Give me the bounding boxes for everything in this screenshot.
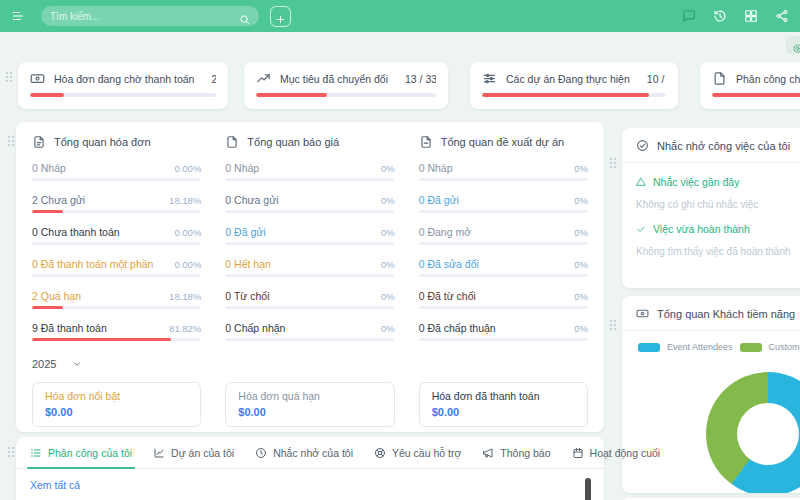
status-row: 0 Chưa gửi0% [225, 194, 394, 213]
status-row: 0 Đã chấp thuận0% [419, 322, 588, 341]
overview-widget: Tổng quan hóa đơn 0 Nháp0.00% 2 Chưa gửi… [16, 122, 604, 432]
view-all-link[interactable]: Xem tất cả [16, 469, 96, 491]
status-row: 0 Nháp0% [225, 162, 394, 181]
summary-card-overdue: Hóa đơn quá hạn $0.00 [225, 382, 394, 427]
year-select[interactable]: 2025 [32, 358, 102, 370]
stat-label: Mục tiêu đã chuyển đổi [280, 73, 388, 85]
stat-label: Phân công chưa hoà [736, 73, 800, 85]
estimate-overview-column: Tổng quan báo giá 0 Nháp0% 0 Chưa gửi0% … [225, 135, 394, 354]
gear-icon [792, 40, 800, 51]
support-icon [374, 447, 386, 459]
progress-fill [482, 93, 649, 97]
status-row: 0 Đang mở0% [419, 226, 588, 245]
recent-reminders-empty: Không có ghi chú nhắc việc [622, 188, 800, 210]
quick-add-button[interactable] [270, 6, 291, 27]
clock-icon [255, 447, 267, 459]
status-row: 2 Chưa gửi18.18% [32, 194, 201, 213]
app-logo-icon[interactable] [11, 9, 25, 23]
tab-my-reminders[interactable]: Nhắc nhở của tôi [255, 447, 353, 468]
scrollbar-thumb[interactable] [585, 478, 591, 500]
tab-latest-activity[interactable]: Hoạt động cuối [572, 447, 661, 468]
stat-card-assignments-incomplete: Phân công chưa hoà [700, 62, 800, 109]
tab-my-assignments[interactable]: Phân công của tôi [30, 447, 132, 468]
drag-handle[interactable] [610, 158, 618, 170]
drag-handle[interactable] [610, 320, 618, 332]
list-icon [30, 447, 42, 459]
column-title: Tổng quan báo giá [247, 136, 339, 148]
plus-icon [275, 11, 286, 22]
status-row: 0 Đã gửi0% [225, 226, 394, 245]
legend-label[interactable]: Customer [769, 342, 800, 352]
widget-title: Tổng quan Khách tiềm năng [657, 308, 795, 320]
legend-swatch-customer[interactable] [740, 343, 762, 352]
invoice-overview-column: Tổng quan hóa đơn 0 Nháp0.00% 2 Chưa gửi… [32, 135, 201, 354]
stat-label: Hóa đơn đang chờ thanh toán [54, 73, 194, 85]
history-icon[interactable] [713, 9, 727, 23]
search-input[interactable] [50, 11, 239, 22]
status-row: 0 Nháp0% [419, 162, 588, 181]
status-row: 2 Quá hạn18.18% [32, 290, 201, 309]
search-icon[interactable] [239, 11, 250, 22]
status-row: 0 Đã từ chối0% [419, 290, 588, 309]
global-search [41, 6, 259, 26]
dashboard-page: Hóa đơn đang chờ thanh toán 2 / 11 Mục t… [0, 0, 800, 500]
summary-card-paid: Hóa đơn đã thanh toán $0.00 [419, 382, 588, 427]
check-icon [636, 224, 646, 234]
status-row: 0 Hết hạn0% [225, 258, 394, 277]
stat-label: Các dự án Đang thực hiện [506, 73, 630, 85]
stat-value: 13 / 33 [397, 73, 436, 85]
trend-up-icon [256, 71, 271, 86]
chart-legend: Event Attendees Customer [622, 331, 800, 352]
column-title: Tổng quan đề xuất dự án [441, 136, 565, 148]
leads-donut [706, 372, 800, 493]
progress-track [256, 93, 436, 97]
money-bill-icon [30, 71, 45, 86]
drag-handle[interactable] [8, 136, 16, 148]
share-icon[interactable] [775, 9, 789, 23]
check-circle-icon [636, 139, 649, 152]
summary-label: Hóa đơn quá hạn [238, 390, 381, 402]
tab-notifications[interactable]: Thông báo [482, 447, 550, 468]
summary-label: Hóa đơn đã thanh toán [432, 390, 575, 402]
tab-my-projects[interactable]: Dự án của tôi [153, 447, 234, 468]
megaphone-icon [482, 447, 494, 459]
tab-support-requests[interactable]: Yêu cầu hỗ trợ [374, 447, 461, 468]
my-items-widget: Phân công của tôi Dự án của tôi Nhắc nhở… [16, 437, 604, 500]
summary-card-outstanding: Hóa đơn nổi bật $0.00 [32, 382, 201, 427]
file-invoice-icon [32, 135, 46, 149]
progress-track [30, 93, 216, 97]
completed-tasks-empty: Không tìm thấy việc đã hoàn thành [622, 235, 800, 257]
drag-handle[interactable] [6, 72, 14, 84]
proposal-overview-column: Tổng quan đề xuất dự án 0 Nháp0% 0 Đã gử… [419, 135, 588, 354]
progress-fill [30, 93, 64, 97]
stat-card-goals-converted: Mục tiêu đã chuyển đổi 13 / 33 [244, 62, 448, 109]
chat-icon[interactable] [682, 9, 696, 23]
legend-swatch-event-attendees[interactable] [638, 343, 660, 352]
dashboard-settings-button[interactable] [786, 36, 800, 54]
apps-grid-icon[interactable] [744, 9, 758, 23]
status-row: 0 Đã sửa đổi0% [419, 258, 588, 277]
summary-label: Hóa đơn nổi bật [45, 390, 188, 402]
legend-label[interactable]: Event Attendees [667, 342, 733, 352]
status-row: 0 Từ chối0% [225, 290, 394, 309]
status-row: 0 Chấp nhận0% [225, 322, 394, 341]
stat-value: 10 / 11 [639, 73, 666, 85]
completed-tasks-header: Việc vừa hoàn thành [622, 210, 800, 235]
calendar-icon [572, 447, 584, 459]
chevron-down-icon [72, 359, 82, 369]
chart-icon [153, 447, 165, 459]
money-bill-icon [636, 307, 649, 320]
progress-track [712, 93, 800, 97]
drag-handle[interactable] [8, 447, 16, 459]
status-row: 0 Chưa thanh toán0.00% [32, 226, 201, 245]
status-row: 0 Nháp0.00% [32, 162, 201, 181]
file-icon [712, 71, 727, 86]
sliders-icon [482, 71, 497, 86]
topbar-actions [682, 9, 789, 23]
tab-bar: Phân công của tôi Dự án của tôi Nhắc nhở… [16, 447, 604, 469]
status-row: 0 Đã gửi0% [419, 194, 588, 213]
year-value: 2025 [32, 358, 56, 370]
recent-reminders-header: Nhắc việc gần đây [622, 163, 800, 188]
summary-amount: $0.00 [45, 406, 188, 418]
summary-amount: $0.00 [432, 406, 575, 418]
